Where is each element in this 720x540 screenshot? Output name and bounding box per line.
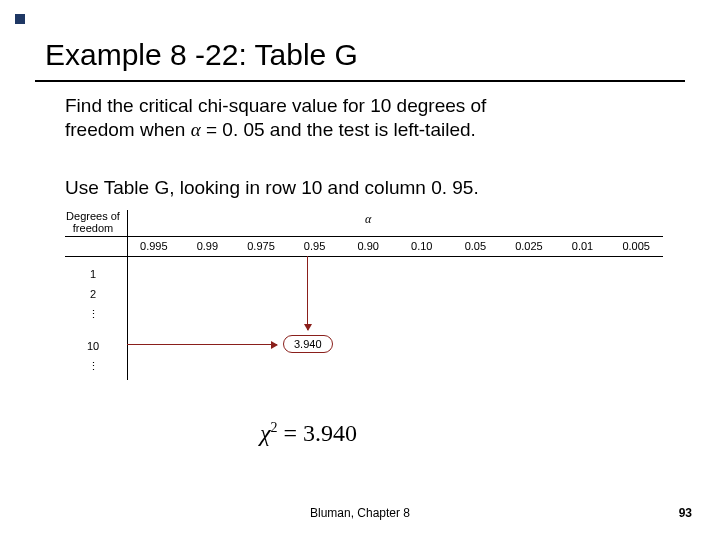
df-header-line2: freedom (73, 222, 113, 234)
col-3: 0.95 (288, 240, 342, 252)
col-0: 0.995 (127, 240, 181, 252)
table-rule-top (65, 236, 663, 237)
df-row-10: 10 (65, 340, 121, 352)
title-underline (35, 80, 685, 82)
problem-line1b-suffix: = 0. 05 and the test is left-tailed. (201, 119, 476, 140)
footer-source: Bluman, Chapter 8 (0, 506, 720, 520)
arrow-right-icon (127, 344, 277, 345)
col-6: 0.05 (449, 240, 503, 252)
col-1: 0.99 (181, 240, 235, 252)
col-8: 0.01 (556, 240, 610, 252)
col-2: 0.975 (234, 240, 288, 252)
table-rule-under-headers (65, 256, 663, 257)
table-column-headers: 0.995 0.99 0.975 0.95 0.90 0.10 0.05 0.0… (127, 240, 663, 252)
equation-rhs: = 3.940 (278, 420, 358, 446)
col-9: 0.005 (609, 240, 663, 252)
chi-symbol: χ (260, 420, 271, 446)
problem-line1b-prefix: freedom when (65, 119, 191, 140)
slide-title: Example 8 -22: Table G (45, 38, 358, 72)
problem-statement: Find the critical chi-square value for 1… (65, 94, 665, 142)
alpha-symbol: α (191, 119, 201, 140)
df-header-line1: Degrees of (66, 210, 120, 222)
slide: Example 8 -22: Table G Find the critical… (0, 0, 720, 540)
instruction-line: Use Table G, looking in row 10 and colum… (65, 176, 665, 200)
df-header: Degrees of freedom (65, 210, 121, 234)
df-row-1: 1 (65, 268, 121, 280)
problem-line1a: Find the critical chi-square value for 1… (65, 95, 486, 116)
df-row-2: 2 (65, 288, 121, 300)
highlighted-critical-value: 3.940 (283, 335, 333, 353)
corner-bullet-icon (15, 14, 25, 24)
page-number: 93 (679, 506, 692, 520)
alpha-header: α (365, 212, 371, 227)
result-equation: χ2 = 3.940 (260, 420, 357, 447)
arrow-down-icon (307, 256, 308, 330)
col-7: 0.025 (502, 240, 556, 252)
chi-exponent: 2 (271, 420, 278, 435)
chi-square-table: Degrees of freedom α 0.995 0.99 0.975 0.… (65, 210, 665, 390)
col-5: 0.10 (395, 240, 449, 252)
df-row-dots-1: ⋮ (65, 308, 121, 321)
col-4: 0.90 (341, 240, 395, 252)
df-row-dots-2: ⋮ (65, 360, 121, 373)
